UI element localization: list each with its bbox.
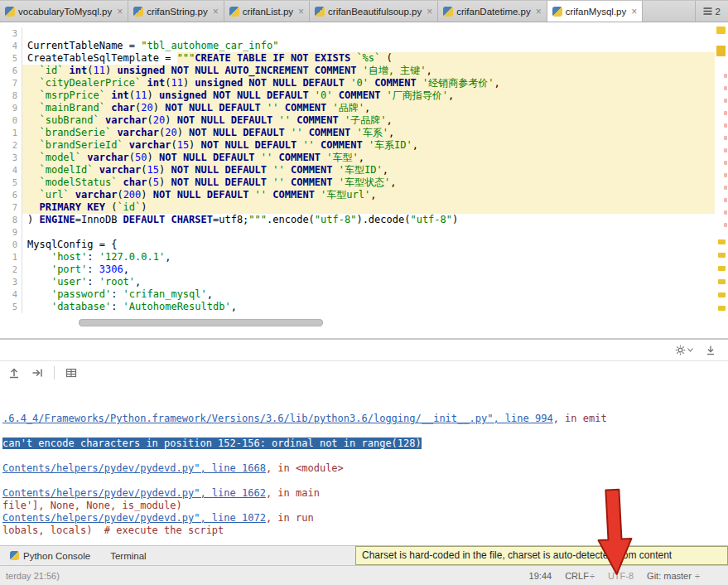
code-line[interactable]: 7 PRIMARY KEY (`id`) — [0, 201, 715, 214]
code-line[interactable]: 3 'user': 'root', — [0, 276, 715, 288]
console-header — [0, 340, 728, 361]
code-line[interactable]: 0MysqlConfig = { — [0, 239, 715, 251]
code-line[interactable]: 2 `brandSerieId` varchar(15) NOT NULL DE… — [0, 139, 715, 152]
tab-crifanList.py[interactable]: crifanList.py× — [224, 1, 310, 22]
console-settings-button[interactable] — [675, 345, 693, 355]
line-number[interactable]: 3 — [0, 27, 22, 40]
code-line[interactable]: 0 `subBrand` varchar(20) NOT NULL DEFAUL… — [0, 114, 715, 127]
code-text: `id` int(11) unsigned NOT NULL AUTO_INCR… — [22, 65, 715, 77]
scroll-to-end-button[interactable] — [705, 345, 716, 356]
close-tab-icon[interactable]: × — [536, 7, 542, 17]
line-number[interactable]: 9 — [0, 102, 22, 114]
sql-fragment-highlight: """CREATE TABLE IF NOT EXISTS `%s` ( — [177, 52, 715, 65]
line-number[interactable]: 5 — [0, 176, 22, 189]
error-stripe[interactable] — [715, 22, 728, 338]
line-number[interactable]: 4 — [0, 40, 22, 52]
line-number[interactable]: 1 — [0, 127, 22, 139]
execute-selection-icon — [31, 366, 44, 380]
terminal-tab[interactable]: Terminal — [100, 546, 156, 565]
code-text: `brandSerieId` varchar(15) NOT NULL DEFA… — [22, 139, 715, 152]
code-line[interactable]: 4 'password': 'crifan_mysql', — [0, 288, 715, 301]
line-number[interactable]: 9 — [0, 226, 22, 239]
code-line[interactable]: 3 `model` varchar(50) NOT NULL DEFAULT '… — [0, 152, 715, 164]
line-number[interactable]: 4 — [0, 288, 22, 301]
line-number[interactable]: 7 — [0, 77, 22, 89]
code-line[interactable]: 8) ENGINE=InnoDB DEFAULT CHARSET=utf8;""… — [0, 214, 715, 226]
hidden-tabs-button[interactable]: 2 — [695, 1, 728, 22]
line-number[interactable]: 6 — [0, 189, 22, 201]
stack-frame-suffix: , in run — [266, 512, 314, 524]
code-line[interactable]: 5 'database': 'AutohomeResultdb', — [0, 301, 715, 313]
tab-crifanMysql.py[interactable]: crifanMysql.py× — [547, 1, 644, 22]
code-text: `model` varchar(50) NOT NULL DEFAULT '' … — [22, 152, 715, 164]
stripe-mark — [718, 306, 726, 311]
show-variables-button[interactable] — [65, 366, 78, 380]
line-number[interactable]: 8 — [0, 214, 22, 226]
code-text: CurrentTableName = "tbl_autohome_car_inf… — [22, 40, 715, 52]
line-number[interactable]: 1 — [0, 251, 22, 263]
code-text: `brandSerie` varchar(20) NOT NULL DEFAUL… — [22, 127, 715, 139]
close-tab-icon[interactable]: × — [631, 7, 637, 17]
stack-frame-link[interactable]: Contents/helpers/pydev/pydevd.py", line … — [2, 487, 266, 499]
tab-label: crifanString.py — [147, 7, 208, 17]
code-line[interactable]: 2 'port': 3306, — [0, 263, 715, 276]
close-tab-icon[interactable]: × — [213, 7, 219, 17]
code-line[interactable]: 9 `mainBrand` char(20) NOT NULL DEFAULT … — [0, 102, 715, 114]
close-tab-icon[interactable]: × — [427, 7, 432, 17]
stack-frame-link[interactable]: Contents/helpers/pydev/pydevd.py", line … — [2, 462, 266, 474]
caret-position-widget[interactable]: 19:44 — [529, 571, 552, 581]
python-console-tab[interactable]: Python Console — [0, 546, 100, 565]
stderr-text: lobals, locals) # execute the script — [2, 525, 224, 536]
stack-frame-link[interactable]: .6.4_4/Frameworks/Python.framework/Versi… — [2, 413, 553, 424]
code-line[interactable]: 8 `msrpPrice` int(11) unsigned NOT NULL … — [0, 89, 715, 102]
close-tab-icon[interactable]: × — [117, 7, 123, 17]
code-line[interactable]: 9 — [0, 226, 715, 239]
line-number[interactable]: 5 — [0, 301, 22, 313]
stripe-mark — [724, 210, 727, 215]
line-number[interactable]: 3 — [0, 276, 22, 288]
line-number[interactable]: 5 — [0, 52, 22, 65]
code-line[interactable]: 5 `modelStatus` char(5) NOT NULL DEFAULT… — [0, 176, 715, 189]
python-console-label: Python Console — [23, 551, 90, 561]
status-message: terday 21:56) — [6, 571, 516, 581]
line-number[interactable]: 4 — [0, 164, 22, 176]
chevron-down-icon — [687, 348, 693, 352]
stack-frame-link[interactable]: Contents/helpers/pydev/pydevd.py", line … — [2, 512, 266, 524]
execute-selection-button[interactable] — [31, 366, 44, 380]
show-variables-icon — [65, 366, 78, 380]
line-number[interactable]: 2 — [0, 263, 22, 276]
code-line[interactable]: 3 — [0, 27, 715, 40]
code-text: `subBrand` varchar(20) NOT NULL DEFAULT … — [22, 114, 715, 127]
tab-crifanString.py[interactable]: crifanString.py× — [128, 1, 224, 22]
line-number[interactable]: 0 — [0, 239, 22, 251]
execute-statement-button[interactable] — [7, 366, 21, 380]
line-number[interactable]: 8 — [0, 89, 22, 102]
close-tab-icon[interactable]: × — [298, 7, 304, 17]
line-number[interactable]: 0 — [0, 114, 22, 127]
code-line[interactable]: 1 'host': '127.0.0.1', — [0, 251, 715, 263]
stripe-mark — [724, 74, 727, 78]
code-editor[interactable]: 34CurrentTableName = "tbl_autohome_car_i… — [0, 22, 728, 338]
code-line[interactable]: 6 `id` int(11) unsigned NOT NULL AUTO_IN… — [0, 65, 715, 77]
stripe-mark — [718, 253, 726, 258]
line-number[interactable]: 3 — [0, 152, 22, 164]
code-line[interactable]: 6 `url` varchar(200) NOT NULL DEFAULT ''… — [0, 189, 715, 201]
code-line[interactable]: 1 `brandSerie` varchar(20) NOT NULL DEFA… — [0, 127, 715, 139]
line-number[interactable]: 6 — [0, 65, 22, 77]
charset-tooltip: Charset is hard-coded in the file, chars… — [355, 546, 728, 565]
vcs-widget[interactable]: Git: master ÷ — [647, 571, 700, 581]
code-area[interactable]: 34CurrentTableName = "tbl_autohome_car_i… — [0, 27, 715, 313]
tab-crifanDatetime.py[interactable]: crifanDatetime.py× — [438, 1, 547, 22]
code-line[interactable]: 7 `cityDealerPrice` int(11) unsigned NOT… — [0, 77, 715, 89]
code-line[interactable]: 5CreateTableSqlTemplate = """CREATE TABL… — [0, 52, 715, 65]
stripe-mark — [724, 136, 727, 140]
code-line[interactable]: 4CurrentTableName = "tbl_autohome_car_in… — [0, 40, 715, 52]
line-number[interactable]: 7 — [0, 201, 22, 214]
line-number[interactable]: 2 — [0, 139, 22, 152]
code-line[interactable]: 4 `modelId` varchar(15) NOT NULL DEFAULT… — [0, 164, 715, 176]
code-text: 'database': 'AutohomeResultdb', — [22, 301, 715, 313]
tab-vocabularyToMysql.py[interactable]: vocabularyToMysql.py× — [0, 1, 128, 22]
python-file-icon — [133, 7, 143, 17]
tab-crifanBeautifulsoup.py[interactable]: crifanBeautifulsoup.py× — [310, 1, 438, 22]
horizontal-scrollbar[interactable] — [79, 319, 323, 326]
